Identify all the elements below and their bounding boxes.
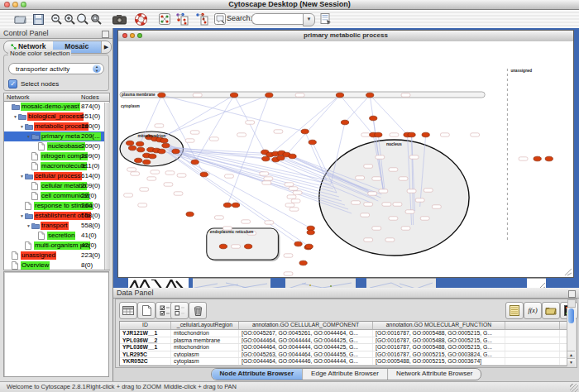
node-label-pill[interactable]: [393, 203, 402, 206]
node-label-pill[interactable]: [519, 157, 528, 160]
node-label-pill[interactable]: [264, 177, 273, 180]
expander-icon[interactable]: ▼: [12, 114, 18, 119]
tree-row[interactable]: ▼cellular process614(0): [4, 171, 109, 181]
scrollbar-thumb[interactable]: [568, 308, 574, 323]
node-label-pill[interactable]: [291, 199, 300, 203]
close-button[interactable]: [4, 2, 10, 7]
graph-node[interactable]: [149, 154, 156, 159]
graph-node[interactable]: [294, 241, 302, 246]
node-label-pill[interactable]: [242, 220, 251, 223]
node-label-pill[interactable]: [376, 155, 385, 159]
node-label-pill[interactable]: [289, 187, 298, 190]
tab-network-attribute-browser[interactable]: Network Attribute Browser: [388, 369, 481, 380]
node-label-pill[interactable]: [174, 192, 183, 195]
graph-node[interactable]: [370, 116, 377, 121]
search-input[interactable]: [251, 13, 309, 25]
node-label-pill[interactable]: [372, 227, 381, 230]
network-overview-icon[interactable]: [156, 12, 173, 26]
node-label-pill[interactable]: [293, 191, 302, 194]
node-label-pill[interactable]: [382, 203, 391, 206]
graph-node[interactable]: [266, 93, 273, 98]
node-label-pill[interactable]: [401, 93, 410, 97]
close-button[interactable]: [122, 33, 127, 38]
node-label-pill[interactable]: [361, 213, 370, 217]
attribute-table-icon[interactable]: [119, 302, 137, 319]
tree-row[interactable]: unassigned223(0): [4, 251, 109, 261]
tab-overflow-arrow-icon[interactable]: ▶: [101, 41, 111, 53]
graph-node[interactable]: [262, 156, 270, 161]
graph-node[interactable]: [172, 149, 179, 154]
graph-node[interactable]: [143, 160, 151, 165]
node-label-pill[interactable]: [231, 245, 240, 248]
new-attribute-icon[interactable]: [137, 302, 156, 319]
node-label-pill[interactable]: [389, 168, 398, 171]
float-panel-icon[interactable]: [568, 290, 576, 298]
node-label-pill[interactable]: [423, 189, 433, 192]
expander-icon[interactable]: ▼: [26, 223, 31, 228]
node-label-pill[interactable]: [389, 217, 398, 220]
graph-node[interactable]: [232, 203, 239, 208]
search-dropdown-icon[interactable]: ▼: [303, 13, 315, 26]
node-label-pill[interactable]: [420, 217, 429, 220]
formula-builder-icon[interactable]: f(x): [524, 302, 542, 319]
graph-node[interactable]: [126, 141, 133, 146]
tree-row[interactable]: mosaic-demo-yeast874(0): [4, 102, 109, 112]
window-resize-corner[interactable]: [527, 278, 546, 288]
graph-node[interactable]: [301, 129, 309, 134]
table-scrollbar[interactable]: ▲ ▼: [567, 308, 576, 366]
graph-node[interactable]: [307, 230, 314, 235]
graph-node[interactable]: [137, 147, 145, 152]
node-label-pill[interactable]: [385, 238, 395, 241]
graph-node[interactable]: [191, 160, 199, 165]
node-label-pill[interactable]: [415, 198, 424, 202]
graph-node[interactable]: [200, 172, 208, 177]
node-label-pill[interactable]: [405, 210, 414, 213]
graph-node[interactable]: [336, 93, 343, 98]
node-label-pill[interactable]: [177, 174, 186, 177]
node-color-dropdown[interactable]: transporter activity: [8, 63, 104, 74]
minimize-button[interactable]: [12, 2, 18, 7]
node-label-pill[interactable]: [138, 203, 147, 207]
graph-node[interactable]: [277, 155, 285, 160]
node-label-pill[interactable]: [164, 183, 173, 186]
node-label-pill[interactable]: [147, 177, 156, 180]
node-label-pill[interactable]: [265, 221, 274, 224]
node-label-pill[interactable]: [224, 174, 233, 178]
background-window-fragment[interactable]: [128, 278, 189, 288]
node-label-pill[interactable]: [246, 121, 255, 124]
tree-row[interactable]: multi-organism pro42(0): [4, 241, 109, 251]
help-icon[interactable]: [132, 12, 149, 26]
node-label-pill[interactable]: [151, 170, 160, 174]
column-header[interactable]: [505, 322, 560, 329]
graph-node[interactable]: [158, 93, 165, 98]
node-label-pill[interactable]: [284, 272, 293, 275]
graph-node[interactable]: [223, 203, 231, 208]
column-header[interactable]: _cellularLayoutRegion: [171, 322, 239, 329]
tree-column-network[interactable]: Network: [7, 93, 30, 102]
tree-row[interactable]: cellular metabo209(0): [4, 181, 109, 191]
network-window-titlebar[interactable]: primary metabolic process: [118, 31, 573, 42]
attribute-batch-icon[interactable]: [318, 12, 334, 26]
graph-node[interactable]: [299, 261, 307, 265]
node-label-pill[interactable]: [432, 205, 441, 208]
graph-node[interactable]: [245, 244, 252, 249]
node-label-pill[interactable]: [237, 133, 246, 136]
tab-edge-attribute-browser[interactable]: Edge Attribute Browser: [303, 369, 388, 380]
tree-column-nodes[interactable]: Nodes: [81, 93, 99, 102]
import-attributes-icon[interactable]: [542, 302, 560, 319]
graph-node[interactable]: [186, 212, 194, 217]
node-label-pill[interactable]: [127, 168, 136, 171]
node-label-pill[interactable]: [295, 93, 304, 97]
node-label-pill[interactable]: [185, 139, 194, 142]
tree-row[interactable]: secretion41(0): [4, 231, 109, 241]
node-label-pill[interactable]: [190, 131, 199, 134]
tree-row[interactable]: ▼transport558(0): [4, 221, 109, 231]
attribute-list-icon[interactable]: [505, 302, 524, 319]
expander-icon[interactable]: ▼: [19, 213, 25, 218]
node-label-pill[interactable]: [368, 192, 377, 195]
graph-node[interactable]: [162, 143, 170, 148]
zoom-selected-icon[interactable]: [88, 12, 104, 26]
node-label-pill[interactable]: [131, 172, 140, 175]
apply-layout-2-icon[interactable]: [194, 12, 210, 26]
graph-node[interactable]: [534, 156, 541, 161]
